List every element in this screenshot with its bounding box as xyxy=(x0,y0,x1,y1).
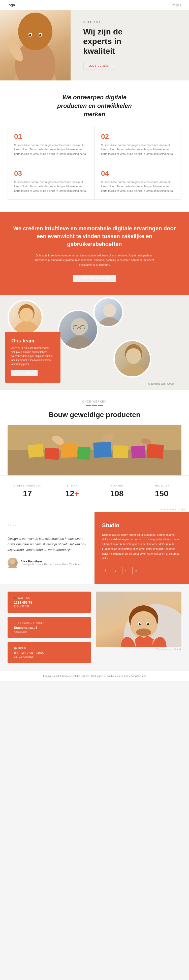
quote-icon: ““ xyxy=(8,522,87,532)
feature-02: 02 Suspendisse potenti quam gravida elem… xyxy=(94,126,181,163)
team-section: Ons team Anim sit id nisi esse reprehend… xyxy=(0,295,189,390)
experience-btn[interactable]: KOM MEER TE WETEN xyxy=(73,275,116,282)
digital-heading-pre: We ontwerpen xyxy=(62,94,105,100)
divider-line-1 xyxy=(86,405,91,406)
author-name: Alice Bounthem xyxy=(21,560,82,563)
team-photo-3 xyxy=(93,297,123,327)
youtube-icon[interactable]: y xyxy=(112,567,119,574)
studio-side: Studio Nulla ut aliquip cillum lorem cli… xyxy=(94,512,189,584)
contact-location-value1: Stasionstraat 5 xyxy=(14,626,85,630)
divider-line-2 xyxy=(92,405,97,406)
experience-title: We creëren intuitieve en memorabele digi… xyxy=(10,225,179,248)
feature-01: 01 Suspendisse potenti quam gravida elem… xyxy=(8,126,94,163)
svg-point-4 xyxy=(9,36,17,44)
works-section: ONZE WERKEN Bouw geweldige producten xyxy=(0,390,189,476)
contact-right: Afbeeldingen van Freepik xyxy=(96,592,181,651)
svg-point-5 xyxy=(18,13,53,50)
stat-clients-label: KLANTEN xyxy=(97,484,137,487)
stat-years-value: 12+ xyxy=(53,489,92,498)
svg-point-50 xyxy=(139,623,141,625)
contact-card-hours: 🕐 UREN Ma - Vr: 9:00 - 19:00 Za - Zo: Ge… xyxy=(8,642,91,663)
stat-clients: KLANTEN 108 xyxy=(94,482,139,501)
stat-awards: ONDERSCHEIDINGEN 17 xyxy=(5,482,50,501)
contact-cards: 📞 CALL US 1234 456 78 1234 456 789 📍 97 … xyxy=(8,592,91,663)
author-avatar xyxy=(8,558,18,568)
svg-point-51 xyxy=(147,623,149,625)
contact-hours-value2: Za - Zo: Gesloten xyxy=(14,655,85,658)
linkedin-icon[interactable]: in xyxy=(132,567,139,574)
feature-02-num: 02 xyxy=(101,132,175,140)
twitter-icon[interactable]: t xyxy=(122,567,129,574)
hero-person-photo xyxy=(0,10,70,80)
feature-01-text: Suspendisse potenti quam gravida element… xyxy=(14,143,88,156)
svg-rect-35 xyxy=(131,445,146,458)
svg-point-40 xyxy=(10,559,15,564)
contact-location-value2: Amsterdam xyxy=(14,630,85,633)
stat-clients-value: 108 xyxy=(97,489,137,498)
feature-03-text: Suspendisse potenti quam gravida element… xyxy=(14,180,88,193)
stat-years-label: 37 JAAR xyxy=(53,484,92,487)
features-grid: 01 Suspendisse potenti quam gravida elem… xyxy=(8,126,181,200)
contact-card-location: 📍 97 PARK - LOCATIE Stasionstraat 5 Amst… xyxy=(8,617,91,638)
feature-04: 04 Suspendisse potenti quam gravida elem… xyxy=(94,163,181,200)
feature-04-text: Suspendisse potenti quam gravida element… xyxy=(101,180,175,193)
works-title: Bouw geweldige producten xyxy=(8,411,181,419)
svg-point-47 xyxy=(136,628,151,636)
logo: logo xyxy=(8,3,15,7)
svg-point-20 xyxy=(72,320,86,334)
author-info: Alice Bounthem ontwerpkriticus voor The … xyxy=(21,560,82,566)
template-text: Template tekst: Click to select the text… xyxy=(43,675,146,678)
author-title: ontwerpkriticus voor The International N… xyxy=(21,563,82,566)
feature-01-num: 01 xyxy=(14,132,88,140)
team-read-more-button[interactable]: LEES VERDER xyxy=(11,370,38,376)
svg-rect-33 xyxy=(93,442,112,458)
contact-call-value1: 1234 456 78 xyxy=(14,601,85,605)
divider-line-3 xyxy=(98,405,103,406)
feature-02-text: Suspendisse potenti quam gravida element… xyxy=(101,143,175,156)
page-number: Page 1 xyxy=(172,3,181,7)
studio-text: Nulla ut aliquip cillum lorem clit ull c… xyxy=(102,533,181,561)
svg-point-16 xyxy=(63,336,96,350)
team-photo-1 xyxy=(8,300,43,335)
feature-04-num: 04 xyxy=(101,169,175,178)
feature-03: 03 Suspendisse potenti quam gravida elem… xyxy=(8,163,94,200)
svg-point-14 xyxy=(19,308,34,322)
team-photo-2 xyxy=(58,310,98,350)
svg-rect-34 xyxy=(113,445,128,458)
contact-call-value2: 1234 456 789 xyxy=(14,605,85,608)
digital-heading-post: producten en ontwikkelen xyxy=(57,102,132,109)
stat-plus-icon: + xyxy=(74,489,79,498)
hero-read-more-button[interactable]: LEES VERDER xyxy=(83,62,116,69)
team-photo-tag: Afbeelding van Freepik xyxy=(148,382,174,385)
svg-point-26 xyxy=(126,348,141,363)
svg-rect-31 xyxy=(61,444,77,458)
digital-heading-post2: merken xyxy=(84,111,105,118)
facebook-icon[interactable]: f xyxy=(102,567,109,574)
works-label: ONZE WERKEN xyxy=(8,400,181,403)
svg-point-9 xyxy=(29,34,31,37)
contact-person-photo xyxy=(96,592,181,647)
stat-projects: PROJECTEN 150 xyxy=(139,482,184,501)
stat-years: 37 JAAR 12+ xyxy=(50,482,95,501)
contact-card-call: 📞 CALL US 1234 456 78 1234 456 789 xyxy=(8,592,91,613)
location-icon: 📍 xyxy=(14,622,17,625)
svg-point-22 xyxy=(97,317,122,327)
hero-content: OVER ONS Wij zijn de experts in kwalitei… xyxy=(70,10,189,80)
experience-body: Duis aute irure dolor in reprehenderit i… xyxy=(34,253,155,267)
digital-section: We ontwerpen digitale producten en ontwi… xyxy=(0,80,189,212)
navigation: logo Page 1 xyxy=(0,0,189,10)
team-card-title: Ons team xyxy=(11,338,54,344)
hero-image xyxy=(0,10,70,80)
contact-call-label: 📞 CALL US xyxy=(14,597,85,599)
stat-projects-label: PROJECTEN xyxy=(142,484,182,487)
feature-03-num: 03 xyxy=(14,169,88,178)
quote-side: ““ Design is een van de sterkste krachte… xyxy=(0,512,94,584)
experience-section: We creëren intuitieve en memorabele digi… xyxy=(0,212,189,294)
hero-title: Wij zijn de experts in kwaliteit xyxy=(83,27,179,56)
svg-rect-29 xyxy=(28,444,44,458)
digital-heading: We ontwerpen digitale producten en ontwi… xyxy=(8,93,181,118)
stat-awards-label: ONDERSCHEIDINGEN xyxy=(8,484,47,487)
stat-awards-value: 17 xyxy=(8,489,47,498)
svg-point-10 xyxy=(39,34,41,37)
clock-icon: 🕐 xyxy=(14,647,17,650)
